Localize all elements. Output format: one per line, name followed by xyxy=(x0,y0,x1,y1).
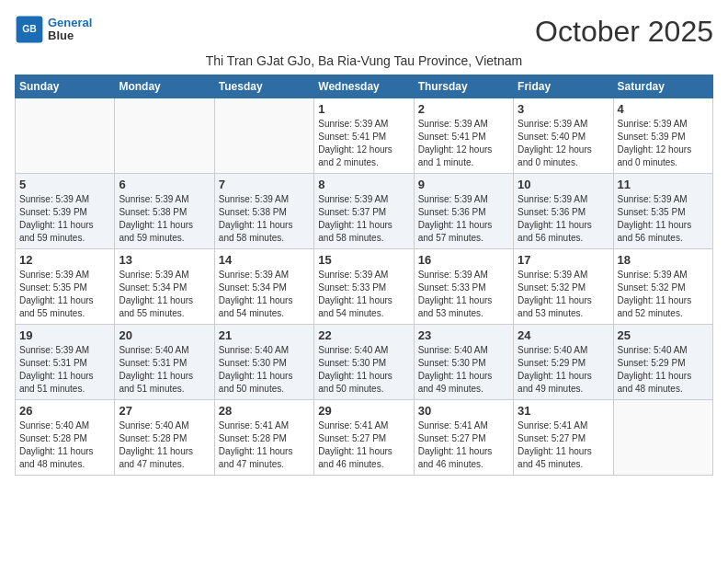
calendar-day-26: 26Sunrise: 5:40 AMSunset: 5:28 PMDayligh… xyxy=(16,400,115,476)
calendar-body: 1Sunrise: 5:39 AMSunset: 5:41 PMDaylight… xyxy=(16,98,713,476)
calendar-day-4: 4Sunrise: 5:39 AMSunset: 5:39 PMDaylight… xyxy=(613,98,712,174)
day-info: Sunrise: 5:39 AMSunset: 5:33 PMDaylight:… xyxy=(418,269,509,320)
calendar-table: SundayMondayTuesdayWednesdayThursdayFrid… xyxy=(15,75,713,476)
logo-line2: Blue xyxy=(48,29,92,42)
day-info: Sunrise: 5:39 AMSunset: 5:37 PMDaylight:… xyxy=(318,193,409,245)
day-number: 21 xyxy=(219,328,310,342)
location-row: Thi Tran GJat GJo, Ba Ria-Vung Tau Provi… xyxy=(15,52,713,69)
day-number: 8 xyxy=(318,178,409,191)
calendar-day-21: 21Sunrise: 5:40 AMSunset: 5:30 PMDayligh… xyxy=(214,325,313,400)
day-number: 26 xyxy=(19,404,110,418)
calendar-day-17: 17Sunrise: 5:39 AMSunset: 5:32 PMDayligh… xyxy=(514,249,613,325)
logo-line1: General xyxy=(48,16,92,29)
day-number: 23 xyxy=(418,328,509,342)
day-info: Sunrise: 5:39 AMSunset: 5:36 PMDaylight:… xyxy=(418,193,509,245)
day-number: 25 xyxy=(618,328,709,342)
day-info: Sunrise: 5:40 AMSunset: 5:30 PMDaylight:… xyxy=(219,344,310,396)
calendar-day-12: 12Sunrise: 5:39 AMSunset: 5:35 PMDayligh… xyxy=(16,249,115,325)
day-number: 22 xyxy=(318,328,409,342)
calendar-empty-cell xyxy=(613,400,712,476)
weekday-header-tuesday: Tuesday xyxy=(214,75,313,98)
day-number: 28 xyxy=(219,404,310,418)
day-number: 27 xyxy=(119,404,210,418)
calendar-day-23: 23Sunrise: 5:40 AMSunset: 5:30 PMDayligh… xyxy=(414,325,513,400)
day-info: Sunrise: 5:40 AMSunset: 5:30 PMDaylight:… xyxy=(418,344,509,396)
calendar-day-2: 2Sunrise: 5:39 AMSunset: 5:41 PMDaylight… xyxy=(414,98,513,174)
day-info: Sunrise: 5:39 AMSunset: 5:38 PMDaylight:… xyxy=(219,193,310,245)
weekday-header-monday: Monday xyxy=(115,75,214,98)
calendar-day-20: 20Sunrise: 5:40 AMSunset: 5:31 PMDayligh… xyxy=(115,325,214,400)
day-number: 20 xyxy=(119,328,210,342)
day-number: 31 xyxy=(518,404,609,418)
day-number: 11 xyxy=(618,178,709,191)
day-info: Sunrise: 5:40 AMSunset: 5:29 PMDaylight:… xyxy=(618,344,709,396)
day-info: Sunrise: 5:41 AMSunset: 5:27 PMDaylight:… xyxy=(518,419,609,471)
calendar-week-row: 1Sunrise: 5:39 AMSunset: 5:41 PMDaylight… xyxy=(16,98,713,174)
weekday-header-friday: Friday xyxy=(514,75,613,98)
day-info: Sunrise: 5:40 AMSunset: 5:28 PMDaylight:… xyxy=(119,419,210,471)
day-number: 12 xyxy=(19,253,110,267)
logo-icon: GB xyxy=(15,15,44,44)
day-number: 18 xyxy=(618,253,709,267)
day-info: Sunrise: 5:39 AMSunset: 5:41 PMDaylight:… xyxy=(418,118,509,169)
day-number: 16 xyxy=(418,253,509,267)
calendar-day-5: 5Sunrise: 5:39 AMSunset: 5:39 PMDaylight… xyxy=(16,174,115,249)
location-text: Thi Tran GJat GJo, Ba Ria-Vung Tau Provi… xyxy=(206,53,522,68)
day-number: 3 xyxy=(518,102,609,116)
calendar-day-11: 11Sunrise: 5:39 AMSunset: 5:35 PMDayligh… xyxy=(613,174,712,249)
calendar-week-row: 12Sunrise: 5:39 AMSunset: 5:35 PMDayligh… xyxy=(16,249,713,325)
day-number: 19 xyxy=(19,328,110,342)
calendar-day-29: 29Sunrise: 5:41 AMSunset: 5:27 PMDayligh… xyxy=(314,400,414,476)
weekday-header-row: SundayMondayTuesdayWednesdayThursdayFrid… xyxy=(16,75,713,98)
calendar-day-1: 1Sunrise: 5:39 AMSunset: 5:41 PMDaylight… xyxy=(314,98,414,174)
calendar-day-31: 31Sunrise: 5:41 AMSunset: 5:27 PMDayligh… xyxy=(514,400,613,476)
day-info: Sunrise: 5:41 AMSunset: 5:28 PMDaylight:… xyxy=(219,419,310,471)
weekday-header-thursday: Thursday xyxy=(414,75,513,98)
calendar-day-28: 28Sunrise: 5:41 AMSunset: 5:28 PMDayligh… xyxy=(214,400,313,476)
day-number: 1 xyxy=(318,102,409,116)
calendar-day-7: 7Sunrise: 5:39 AMSunset: 5:38 PMDaylight… xyxy=(214,174,313,249)
calendar-day-22: 22Sunrise: 5:40 AMSunset: 5:30 PMDayligh… xyxy=(314,325,414,400)
day-number: 6 xyxy=(119,178,210,191)
calendar-empty-cell xyxy=(115,98,214,174)
weekday-header-saturday: Saturday xyxy=(613,75,712,98)
calendar-day-9: 9Sunrise: 5:39 AMSunset: 5:36 PMDaylight… xyxy=(414,174,513,249)
calendar-day-30: 30Sunrise: 5:41 AMSunset: 5:27 PMDayligh… xyxy=(414,400,513,476)
day-info: Sunrise: 5:39 AMSunset: 5:39 PMDaylight:… xyxy=(19,193,110,245)
calendar-day-13: 13Sunrise: 5:39 AMSunset: 5:34 PMDayligh… xyxy=(115,249,214,325)
day-info: Sunrise: 5:39 AMSunset: 5:33 PMDaylight:… xyxy=(318,269,409,320)
calendar-day-10: 10Sunrise: 5:39 AMSunset: 5:36 PMDayligh… xyxy=(514,174,613,249)
calendar-day-6: 6Sunrise: 5:39 AMSunset: 5:38 PMDaylight… xyxy=(115,174,214,249)
day-number: 17 xyxy=(518,253,609,267)
calendar-day-25: 25Sunrise: 5:40 AMSunset: 5:29 PMDayligh… xyxy=(613,325,712,400)
calendar-empty-cell xyxy=(214,98,313,174)
day-info: Sunrise: 5:39 AMSunset: 5:35 PMDaylight:… xyxy=(19,269,110,320)
day-info: Sunrise: 5:39 AMSunset: 5:40 PMDaylight:… xyxy=(518,118,609,169)
day-info: Sunrise: 5:41 AMSunset: 5:27 PMDaylight:… xyxy=(418,419,509,471)
day-info: Sunrise: 5:39 AMSunset: 5:32 PMDaylight:… xyxy=(618,269,709,320)
calendar-day-15: 15Sunrise: 5:39 AMSunset: 5:33 PMDayligh… xyxy=(314,249,414,325)
day-number: 30 xyxy=(418,404,509,418)
calendar-day-14: 14Sunrise: 5:39 AMSunset: 5:34 PMDayligh… xyxy=(214,249,313,325)
day-info: Sunrise: 5:39 AMSunset: 5:34 PMDaylight:… xyxy=(119,269,210,320)
page-header: GB General Blue October 2025 xyxy=(15,15,713,49)
day-info: Sunrise: 5:39 AMSunset: 5:39 PMDaylight:… xyxy=(618,118,709,169)
logo-text: General Blue xyxy=(48,17,92,43)
title-block: October 2025 xyxy=(535,15,713,49)
calendar-week-row: 26Sunrise: 5:40 AMSunset: 5:28 PMDayligh… xyxy=(16,400,713,476)
day-number: 4 xyxy=(618,102,709,116)
day-number: 9 xyxy=(418,178,509,191)
day-info: Sunrise: 5:39 AMSunset: 5:41 PMDaylight:… xyxy=(318,118,409,169)
calendar-day-16: 16Sunrise: 5:39 AMSunset: 5:33 PMDayligh… xyxy=(414,249,513,325)
day-number: 24 xyxy=(518,328,609,342)
calendar-header: SundayMondayTuesdayWednesdayThursdayFrid… xyxy=(16,75,713,98)
day-info: Sunrise: 5:40 AMSunset: 5:30 PMDaylight:… xyxy=(318,344,409,396)
day-info: Sunrise: 5:39 AMSunset: 5:36 PMDaylight:… xyxy=(518,193,609,245)
day-info: Sunrise: 5:39 AMSunset: 5:31 PMDaylight:… xyxy=(19,344,110,396)
day-info: Sunrise: 5:40 AMSunset: 5:29 PMDaylight:… xyxy=(518,344,609,396)
calendar-day-8: 8Sunrise: 5:39 AMSunset: 5:37 PMDaylight… xyxy=(314,174,414,249)
weekday-header-wednesday: Wednesday xyxy=(314,75,414,98)
svg-text:GB: GB xyxy=(22,24,37,34)
day-number: 13 xyxy=(119,253,210,267)
calendar-day-24: 24Sunrise: 5:40 AMSunset: 5:29 PMDayligh… xyxy=(514,325,613,400)
